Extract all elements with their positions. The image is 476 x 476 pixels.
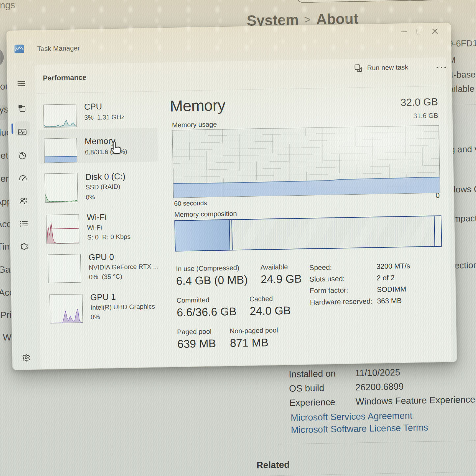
related-card <box>258 471 476 476</box>
nav-settings[interactable] <box>20 352 32 364</box>
gear-icon <box>21 353 31 362</box>
item-gpu1-adapter: Intel(R) UHD Graphics <box>90 303 155 311</box>
cpu-thumbnail[interactable] <box>43 104 76 128</box>
experience-value: Windows Feature Experience Pack 10 <box>355 394 476 407</box>
disk-thumbnail[interactable] <box>44 173 78 203</box>
gauge-icon <box>18 173 28 183</box>
item-gpu0-adapter: NVIDIA GeForce RTX ... <box>89 263 158 271</box>
close-icon <box>432 28 438 35</box>
graph-x-left-label: 60 seconds <box>174 199 207 207</box>
processes-icon <box>17 103 26 113</box>
speed-label: Speed: <box>309 263 332 272</box>
in-use-label: In use (Compressed) <box>176 264 239 273</box>
cached-label: Cached <box>249 295 273 303</box>
cached-value: 24.0 GB <box>250 304 291 318</box>
item-gpu1-stats: 0% <box>91 313 100 321</box>
nav-details[interactable] <box>18 218 30 230</box>
services-agreement-link[interactable]: Microsoft Services Agreement <box>291 410 412 423</box>
item-gpu0-name[interactable]: GPU 0 <box>88 252 114 262</box>
settings-search-input[interactable]: Find a setting <box>296 0 476 3</box>
minimize-button[interactable] <box>396 25 412 39</box>
hardware-reserved-label: Hardware reserved: <box>310 297 373 306</box>
gpu1-thumbnail[interactable] <box>49 294 83 323</box>
os-build-value: 26200.6899 <box>355 381 404 393</box>
item-cpu-stats: 3% 1.31 GHz <box>84 113 125 122</box>
software-license-link[interactable]: Microsoft Software License Terms <box>291 422 428 435</box>
nav-users[interactable] <box>17 195 29 207</box>
about-text-fragment-4: tection <box>452 260 476 271</box>
breadcrumb-chevron-icon: > <box>298 13 316 26</box>
nav-startup-apps[interactable] <box>17 172 29 184</box>
committed-label: Committed <box>177 296 210 305</box>
hamburger-icon <box>17 79 26 88</box>
item-wifi-stats: S: 0 R: 0 Kbps <box>87 233 130 241</box>
maximize-button[interactable] <box>411 24 427 39</box>
committed-value: 6.6/36.6 GB <box>177 305 237 319</box>
dot-icon <box>437 67 438 69</box>
run-new-task-label: Run new task <box>367 63 408 72</box>
item-disk-stats: 0% <box>86 194 95 201</box>
dot-icon <box>441 67 442 68</box>
nav-services[interactable] <box>18 240 30 252</box>
about-text-fragment-2: dows C <box>451 184 476 195</box>
run-new-task-icon <box>354 63 363 72</box>
memory-usage-graph[interactable] <box>172 125 440 198</box>
memory-thumbnail[interactable] <box>44 138 77 163</box>
minimize-icon <box>401 32 407 32</box>
close-button[interactable] <box>427 24 443 39</box>
item-cpu-name[interactable]: CPU <box>84 101 102 112</box>
window-controls <box>396 24 443 39</box>
installed-on-label: Installed on <box>289 368 336 380</box>
speed-value: 3200 MT/s <box>377 262 410 271</box>
window-title: Task Manager <box>37 44 80 53</box>
memory-thumbnail-fill <box>44 156 77 162</box>
item-disk-name[interactable]: Disk 0 (C:) <box>85 171 126 182</box>
details-list-icon <box>19 219 29 229</box>
dot-icon <box>444 67 446 68</box>
maximize-icon <box>417 29 422 34</box>
settings-window-title: ettings <box>0 0 15 11</box>
item-wifi-adapter: Wi-Fi <box>87 224 102 231</box>
overflow-menu-button[interactable] <box>433 61 450 74</box>
composition-standby-segment <box>232 216 434 250</box>
experience-label: Experience <box>289 397 335 408</box>
wifi-thumbnail[interactable] <box>46 214 80 244</box>
memory-total-capacity: 32.0 GB <box>364 96 438 109</box>
page-title: Performance <box>43 73 87 82</box>
in-use-value: 6.4 GB (0 MB) <box>176 273 248 288</box>
menu-button[interactable] <box>15 78 27 90</box>
slots-used-label: Slots used: <box>309 274 345 283</box>
gpu0-thumbnail[interactable] <box>48 254 81 283</box>
photographed-screen: ettings Find a setting System>About Hor … <box>0 0 476 476</box>
nav-app-history[interactable] <box>17 149 29 161</box>
about-text-fragment-1: g and v <box>450 144 476 155</box>
performance-icon <box>17 127 27 137</box>
item-wifi-name[interactable]: Wi-Fi <box>87 212 107 222</box>
about-pen-touch-fragment: ailable f <box>449 83 476 95</box>
selected-indicator <box>12 124 14 134</box>
nav-processes[interactable] <box>16 102 28 114</box>
slots-used-value: 2 of 2 <box>377 274 395 282</box>
composition-free-segment <box>434 216 441 246</box>
non-paged-pool-label: Non-paged pool <box>230 326 278 335</box>
sidebar-item-network[interactable]: Net <box>0 151 8 161</box>
task-manager-window: Task Manager <box>6 22 457 370</box>
paged-pool-label: Paged pool <box>177 327 211 336</box>
non-paged-pool-value: 871 MB <box>230 336 269 350</box>
memory-composition-bar[interactable] <box>174 215 442 252</box>
memory-composition-label: Memory composition <box>174 210 237 219</box>
item-gpu1-name[interactable]: GPU 1 <box>90 292 116 302</box>
task-manager-app-icon <box>14 44 24 53</box>
available-value: 24.9 GB <box>261 272 302 286</box>
memory-usage-label: Memory usage <box>172 121 217 129</box>
history-clock-icon <box>18 150 27 160</box>
composition-in-use-segment <box>175 220 230 251</box>
about-device-id-fragment: 9-6FD1B <box>448 38 476 49</box>
run-new-task-button[interactable]: Run new task <box>349 59 413 76</box>
users-icon <box>18 196 28 206</box>
mouse-cursor-hand <box>109 141 123 158</box>
installed-on-value: 11/10/2025 <box>355 367 400 378</box>
nav-performance[interactable] <box>16 126 28 138</box>
hardware-reserved-value: 363 MB <box>377 296 402 305</box>
section-divider <box>278 440 476 444</box>
